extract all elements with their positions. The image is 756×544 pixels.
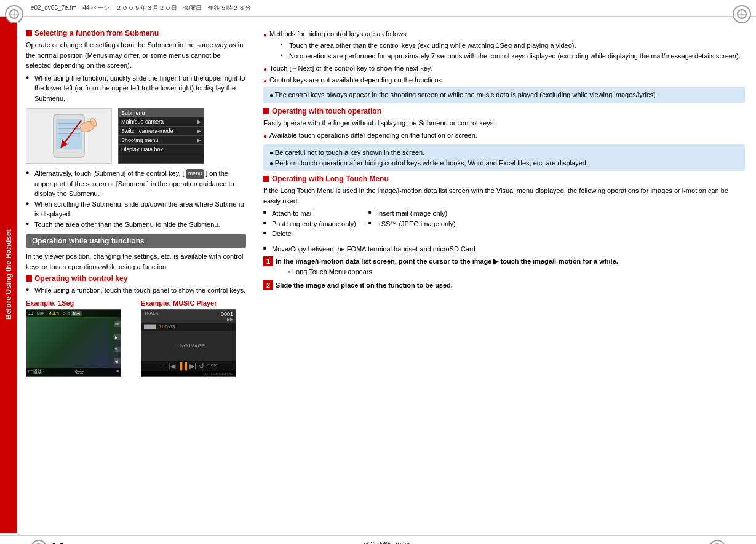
lt-item-delete: Delete xyxy=(263,229,356,239)
menu-item-3: Shooting menu▶ xyxy=(119,136,204,145)
step-2-number: 2 xyxy=(263,280,273,290)
long-touch-body: If the Long Touch Menu is used in the im… xyxy=(263,186,745,206)
menu-item-4: Display Data box xyxy=(119,145,204,154)
seg-btn-left[interactable]: ◀ xyxy=(114,358,121,364)
step-1: 1 In the image/i-motion data list screen… xyxy=(263,256,745,277)
blue-box-2-text2: Perform touch operation after hiding con… xyxy=(269,158,739,168)
submenu-body: Operate or change the settings from the … xyxy=(26,40,246,71)
menu-item-2: Switch camera-mode▶ xyxy=(119,127,204,136)
example-music-image: TRACK 0001 ▶▶ ████ 5♩ 5♭5S xyxy=(141,309,236,377)
step-1-content: In the image/i-motion data list screen, … xyxy=(276,256,745,277)
blue-box-2-text1: Be careful not to touch a key shown in t… xyxy=(269,148,739,158)
next-track-btn[interactable]: ▶| xyxy=(189,362,196,370)
seg-overlay: 13 NHK MULTI QL8 Next xyxy=(26,310,121,317)
corner-decoration-tl xyxy=(5,5,23,23)
music-screen: TRACK 0001 ▶▶ ████ 5♩ 5♭5S xyxy=(141,310,236,376)
submenu-images: Submenu Main/sub camera▶ Switch camera-m… xyxy=(26,108,246,164)
blue-box-2: Be careful not to touch a key shown in t… xyxy=(263,144,745,171)
next-key-bullet: ● Touch [→Next] of the control key to sh… xyxy=(263,63,745,74)
next-btn[interactable]: Next xyxy=(71,311,82,316)
heading-square-icon-4 xyxy=(263,176,269,182)
example-1seg-label: Example: 1Seg xyxy=(26,299,131,307)
long-touch-list-left: Attach to mail Post blog entry (image on… xyxy=(263,208,356,239)
prev-btn[interactable]: |◀ xyxy=(169,362,175,370)
heading-square-icon-3 xyxy=(263,108,269,114)
lt-item-blog: Post blog entry (image only) xyxy=(263,219,356,229)
pause-btn[interactable]: ▐▐ xyxy=(178,362,188,370)
long-touch-heading: Operating with Long Touch Menu xyxy=(263,175,745,183)
submenu-list-item-1: While using the function, quickly slide … xyxy=(26,73,246,104)
example-images-row: Example: 1Seg 13 NHK MULTI QL8 Next xyxy=(26,299,246,377)
long-touch-list-container: Attach to mail Post blog entry (image on… xyxy=(263,208,745,242)
corner-decoration-bl xyxy=(31,540,47,544)
example-music: Example: MUSIC Player TRACK 0001 ▶▶ xyxy=(141,299,246,377)
touch-operation-heading: Operating with touch operation xyxy=(263,107,745,116)
submenu-list: While using the function, quickly slide … xyxy=(26,73,246,104)
touch-operation-body: Easily operate with the finger without d… xyxy=(263,118,745,128)
seg-bottom: □□通話 公公 ≡ xyxy=(26,368,121,376)
submenu-bullet3: Touch the area other than the Submenu to… xyxy=(26,219,246,230)
example-1seg-image: 13 NHK MULTI QL8 Next 📷 ▶ xyxy=(26,309,121,377)
repeat-btn[interactable]: ↺ xyxy=(199,362,204,370)
step-2-content: Slide the image and place it on the func… xyxy=(276,280,745,291)
methods-bullet: ● Methods for hiding control keys are as… xyxy=(263,29,745,39)
operation-section-bar: Operation while using functions xyxy=(26,234,246,248)
submenu-list2: Alternatively, touch [Submenu] of the co… xyxy=(26,168,246,229)
seg-btn-right[interactable]: ▶ xyxy=(114,334,121,340)
touch-bullet-1: ● Available touch operations differ depe… xyxy=(263,130,745,141)
lt-item-move: Move/Copy between the FOMA terminal hand… xyxy=(263,244,745,254)
menu-tag: menu xyxy=(186,169,204,179)
blue-box-1-text: The control keys always appear in the sh… xyxy=(269,90,739,100)
footer-file-info: e02_dv65_7e.fm [44/56] xyxy=(364,541,410,544)
long-touch-list-full: Move/Copy between the FOMA terminal hand… xyxy=(263,244,745,254)
seg-btn-menu[interactable]: ≡ xyxy=(114,347,121,352)
submenu-bullet2: When scrolling the Submenu, slide up/dow… xyxy=(26,199,246,219)
page-footer: 44 e02_dv65_7e.fm [44/56] xyxy=(0,535,756,544)
seg-screen: 13 NHK MULTI QL8 Next 📷 ▶ xyxy=(26,310,121,376)
example-1seg: Example: 1Seg 13 NHK MULTI QL8 Next xyxy=(26,299,131,377)
hand-svg xyxy=(29,111,109,160)
submenu-alt-note: Alternatively, touch [Submenu] of the co… xyxy=(26,168,246,199)
control-key-list: While using a function, touch the touch … xyxy=(26,285,246,296)
page-number: 44 xyxy=(49,540,64,544)
corner-decoration-tr xyxy=(733,5,751,23)
play-btn[interactable]: → xyxy=(159,362,166,370)
music-album-art: ♪ NO IMAGE xyxy=(141,331,236,361)
lt-item-irss: IrSS™ (JPEG image only) xyxy=(368,219,456,229)
header-file-info: e02_dv65_7e.fm 44 ページ ２００９年３月２０日 金曜日 午後５… xyxy=(31,4,251,12)
heading-square-icon xyxy=(26,30,32,36)
lt-item-attach: Attach to mail xyxy=(263,208,356,219)
music-top-bar: TRACK 0001 ▶▶ xyxy=(141,310,236,323)
step-1-number: 1 xyxy=(263,256,273,266)
step-2: 2 Slide the image and place it on the fu… xyxy=(263,280,745,291)
heading-square-icon-2 xyxy=(26,275,32,282)
long-touch-list-right: Insert mail (image only) IrSS™ (JPEG ima… xyxy=(368,208,456,239)
seg-controls: 📷 ▶ ≡ ◀ xyxy=(114,318,121,368)
right-column: ● Methods for hiding control keys are as… xyxy=(257,17,756,533)
step-1-sub: • Long Touch Menu appears. xyxy=(276,267,745,277)
menu-title: Submenu xyxy=(119,109,204,117)
methods-list: Touch the area other than the control ke… xyxy=(263,41,745,61)
methods-item-2: No operations are performed for approxim… xyxy=(281,51,745,61)
section-submenu-heading: Selecting a function from Submenu xyxy=(26,29,246,37)
music-control-row: → |◀ ▐▐ ▶| ↺ more xyxy=(141,361,236,371)
methods-item-1: Touch the area other than the control ke… xyxy=(281,41,745,51)
blue-box-1: The control keys always appear in the sh… xyxy=(263,87,745,103)
control-key-heading: Operating with control key xyxy=(26,274,246,283)
phone-menu-screenshot: Submenu Main/sub camera▶ Switch camera-m… xyxy=(118,108,204,164)
corner-decoration-br xyxy=(709,540,725,544)
left-column: Selecting a function from Submenu Operat… xyxy=(17,17,257,533)
operation-bar-body: In the viewer position, changing the set… xyxy=(26,251,246,272)
lt-item-insert: Insert mail (image only) xyxy=(368,208,456,219)
control-key-bullet1: While using a function, touch the touch … xyxy=(26,285,246,296)
menu-item-1: Main/sub camera▶ xyxy=(119,117,204,127)
more-btn[interactable]: more xyxy=(207,362,218,370)
side-tab-text: Before Using the Handset xyxy=(4,230,13,320)
not-available-bullet: ● Control keys are not available dependi… xyxy=(263,75,745,85)
seg-btn-photo[interactable]: 📷 xyxy=(114,321,121,327)
hand-image xyxy=(26,108,112,164)
music-time: 00:01:05/00:04:52 xyxy=(141,371,236,376)
side-tab: Before Using the Handset xyxy=(0,17,17,533)
header-bar: e02_dv65_7e.fm 44 ページ ２００９年３月２０日 金曜日 午後５… xyxy=(0,0,756,17)
example-music-label: Example: MUSIC Player xyxy=(141,299,246,307)
